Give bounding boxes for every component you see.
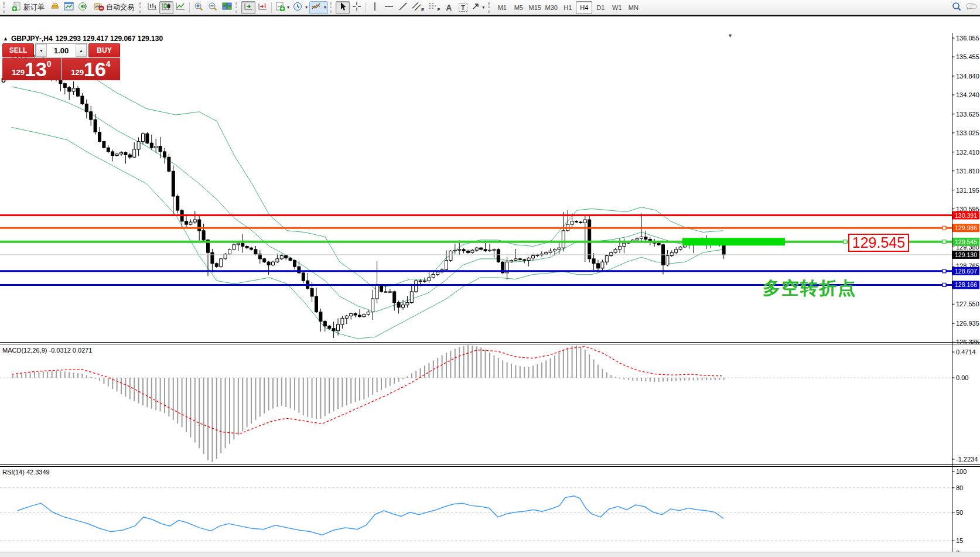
gold-ingot-icon — [50, 2, 60, 13]
chart-shift-marker-icon[interactable]: ▼ — [728, 33, 733, 39]
periodicity-dropdown[interactable]: ▾ — [291, 1, 309, 14]
chart-shift-button[interactable] — [255, 1, 269, 14]
chart-symbol-header: ▲ GBPJPY-,H4 129.293 129.417 129.067 129… — [3, 35, 163, 43]
chart-window-button[interactable] — [62, 1, 76, 14]
horizontal-line-button[interactable] — [382, 1, 396, 14]
auto-scroll-button[interactable] — [241, 1, 255, 14]
new-order-label: 新订单 — [23, 2, 45, 12]
sell-button[interactable]: SELL — [2, 43, 34, 57]
status-strip — [0, 552, 980, 557]
chart-window-icon — [64, 2, 74, 13]
svg-text:132.410: 132.410 — [956, 149, 979, 156]
svg-text:80: 80 — [956, 484, 963, 491]
vertical-line-icon — [371, 2, 378, 13]
toolbar-grip[interactable] — [488, 2, 492, 13]
main-toolbar: 新订单 自动交易 — [0, 0, 980, 15]
dropdown-arrow-icon: ▾ — [482, 5, 484, 10]
crosshair-button[interactable] — [350, 1, 364, 14]
chat-button[interactable] — [964, 1, 979, 14]
svg-text:134.840: 134.840 — [956, 73, 979, 80]
sell-price-display[interactable]: 129 13 0 — [2, 58, 62, 80]
cursor-icon — [339, 2, 347, 13]
fibonacci-icon — [428, 2, 437, 13]
toolbar-grip[interactable] — [3, 2, 7, 13]
tf-button-m1[interactable]: M1 — [494, 1, 510, 14]
tf-button-m5[interactable]: M5 — [510, 1, 527, 14]
vertical-line-button[interactable] — [368, 1, 382, 14]
panel-collapse-icon[interactable]: ▲ — [3, 36, 8, 42]
new-order-icon — [12, 2, 22, 13]
trendline-icon — [398, 2, 408, 13]
svg-text:50: 50 — [956, 509, 963, 516]
buy-price-display[interactable]: 129 16 4 — [62, 58, 120, 80]
tf-button-d1[interactable]: D1 — [592, 1, 609, 14]
new-chart-icon — [275, 2, 285, 13]
text-button[interactable]: A — [442, 1, 456, 14]
symbol-period-label: GBPJPY-,H4 — [11, 35, 53, 43]
price-callout-box[interactable]: 129.545 — [848, 234, 909, 252]
new-order-button[interactable]: 新订单 — [9, 1, 48, 14]
gold-button[interactable] — [48, 1, 62, 14]
chart-window: 136.055135.455134.840134.240133.625133.0… — [0, 15, 980, 557]
zoom-out-icon — [207, 2, 218, 13]
svg-text:15: 15 — [956, 537, 963, 544]
svg-text:127.550: 127.550 — [956, 300, 979, 307]
tf-button-m15[interactable]: M15 — [527, 1, 543, 14]
dropdown-arrow-icon: ▾ — [305, 5, 308, 10]
chat-bubbles-icon — [965, 2, 977, 13]
svg-text:0.4714: 0.4714 — [956, 348, 976, 356]
svg-text:128.607: 128.607 — [955, 268, 977, 275]
search-button[interactable] — [950, 1, 964, 14]
channel-letter: E — [421, 7, 424, 12]
volume-increase-button[interactable]: ▲ — [76, 44, 87, 57]
line-chart-button[interactable] — [173, 1, 187, 14]
toolbar-grip[interactable] — [139, 2, 144, 13]
tf-button-w1[interactable]: W1 — [609, 1, 625, 14]
svg-text:134.240: 134.240 — [956, 91, 979, 98]
text-label-button[interactable]: T — [456, 1, 470, 14]
clock-icon — [293, 2, 303, 13]
arrows-dropdown[interactable]: ▾ — [470, 1, 486, 14]
toolbar-separator — [189, 2, 190, 13]
equidistant-channel-button[interactable]: E — [410, 1, 426, 14]
turning-point-annotation[interactable]: 多空转折点 — [763, 276, 856, 300]
horizontal-line-icon — [384, 3, 394, 12]
auto-trading-button[interactable]: 自动交易 — [90, 1, 138, 14]
tf-button-mn[interactable]: MN — [625, 1, 641, 14]
svg-text:126.335: 126.335 — [956, 339, 979, 346]
cursor-button[interactable] — [336, 1, 350, 14]
indicators-dropdown[interactable]: ▾ — [309, 1, 328, 14]
tf-button-h1[interactable]: H1 — [559, 1, 576, 14]
zoom-in-button[interactable] — [192, 1, 206, 14]
fibonacci-button[interactable]: F — [426, 1, 442, 14]
toolbar-grip[interactable] — [330, 2, 334, 13]
trendline-button[interactable] — [396, 1, 410, 14]
toolbar-grip[interactable] — [235, 2, 240, 13]
svg-text:131.195: 131.195 — [956, 187, 979, 194]
candlestick-chart-button[interactable] — [159, 1, 173, 14]
svg-text:135.455: 135.455 — [956, 53, 979, 60]
buy-button[interactable]: BUY — [88, 43, 120, 57]
volume-decrease-button[interactable]: ▼ — [36, 44, 47, 57]
dropdown-arrow-icon: ▾ — [324, 5, 326, 10]
svg-text:0.00: 0.00 — [956, 374, 968, 381]
zoom-out-button[interactable] — [206, 1, 220, 14]
auto-scroll-icon — [243, 2, 254, 13]
speaker-icon — [78, 2, 88, 13]
svg-text:128.166: 128.166 — [955, 281, 977, 288]
alerts-button[interactable] — [76, 1, 90, 14]
zoom-in-icon — [193, 2, 204, 13]
svg-text:100: 100 — [956, 468, 967, 475]
svg-text:136.055: 136.055 — [956, 35, 979, 42]
arrows-icon — [472, 2, 480, 12]
bar-chart-button[interactable] — [145, 1, 159, 14]
tile-windows-icon — [222, 2, 232, 13]
auto-trading-label: 自动交易 — [106, 2, 134, 12]
crosshair-icon — [352, 2, 361, 13]
tf-button-h4[interactable]: H4 — [576, 1, 592, 14]
volume-input[interactable]: 1.00 — [47, 44, 76, 57]
tf-button-m30[interactable]: M30 — [543, 1, 559, 14]
new-chart-dropdown[interactable]: ▾ — [274, 1, 291, 14]
tile-windows-button[interactable] — [220, 1, 234, 14]
macd-indicator-label: MACD(12,26,9) -0.0312 0.0271 — [2, 347, 92, 354]
